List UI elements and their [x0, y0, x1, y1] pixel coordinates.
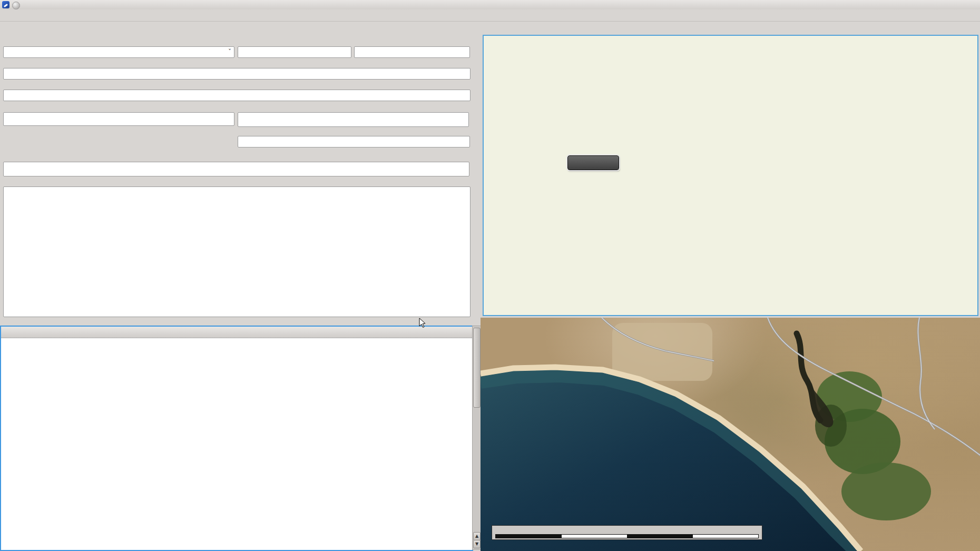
- divemaster-input[interactable]: [3, 112, 234, 126]
- dive-profile-panel: [483, 35, 978, 316]
- scroll-up-button[interactable]: ▲: [473, 532, 481, 540]
- profile-tab-bar: [482, 21, 977, 35]
- chevron-down-icon: ˇ: [228, 47, 231, 57]
- location-input[interactable]: [3, 68, 471, 80]
- dive-list-header[interactable]: [1, 327, 473, 338]
- window-menu-ball-icon[interactable]: [12, 2, 20, 9]
- dive-profile-chart[interactable]: [484, 36, 975, 313]
- map-scale-bar: [492, 525, 762, 540]
- scroll-down-button[interactable]: ▼: [473, 540, 481, 548]
- tags-input[interactable]: [3, 162, 469, 176]
- left-tab-bar: [1, 21, 475, 35]
- suit-input[interactable]: [238, 136, 470, 147]
- start-time-select[interactable]: ˇ: [3, 46, 234, 58]
- mouse-cursor: [419, 318, 426, 328]
- air-temp-input[interactable]: [238, 46, 351, 58]
- dive-site-map[interactable]: [481, 318, 980, 551]
- coordinates-input[interactable]: [3, 90, 471, 101]
- information-button[interactable]: [567, 155, 619, 170]
- window-titlebar[interactable]: [0, 0, 980, 9]
- map-terrain: [481, 318, 980, 551]
- scrollbar-thumb[interactable]: [473, 328, 481, 408]
- buddy-input[interactable]: [238, 112, 469, 127]
- subsurface-logo-icon: [2, 1, 9, 8]
- menu-bar: [0, 9, 980, 22]
- subsurface-window: ˇ ▲ ▼: [0, 0, 980, 551]
- dive-list-table: [0, 326, 473, 551]
- notes-textarea[interactable]: [3, 186, 471, 317]
- water-temp-input[interactable]: [354, 46, 470, 58]
